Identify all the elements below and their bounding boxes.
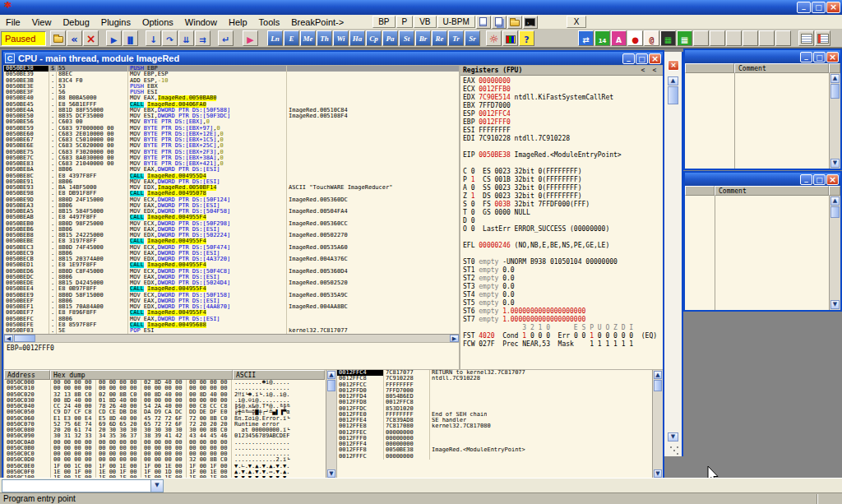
dump-row[interactable]: 0050C0B000 00 00 0000 00 00 0000 00 00 0… <box>4 446 326 451</box>
minimize-button[interactable] <box>622 53 635 64</box>
scrollbar[interactable]: ▲ ▼ <box>829 196 840 310</box>
options-gear-button[interactable] <box>486 30 502 46</box>
register-line[interactable]: EDI 7C910228 ntdll.7C910228 <box>460 135 663 143</box>
disasm-row[interactable]: 0050BE98.E8 DB91F8FFCALL ImageRed.004950… <box>4 191 459 197</box>
disasm-row[interactable]: 0050BE3B.83C4 F0ADD ESP,-10 <box>4 78 459 84</box>
breakpoint-button[interactable] <box>627 30 643 46</box>
maximize-button[interactable] <box>813 52 826 62</box>
pane-button-cp[interactable]: Cp <box>366 30 382 46</box>
disasm-row[interactable]: 0050BE8C.E8 4397F8FFCALL ImageRed.004955… <box>4 173 459 179</box>
disasm-row[interactable]: 0050BE3E.53PUSH EBX <box>4 84 459 90</box>
appearance-button[interactable] <box>502 30 518 46</box>
trace-button[interactable] <box>644 30 659 46</box>
info-pane[interactable]: EBP=0012FFF0 <box>4 343 459 369</box>
dump-row[interactable]: 0050C0D000 00 00 0000 00 00 0000 00 00 0… <box>4 457 326 463</box>
assembler-button[interactable] <box>611 30 627 46</box>
disasm-row[interactable]: 0050BE60.C683 2E010000 00MOV BYTE PTR DS… <box>4 132 459 137</box>
windows-button[interactable] <box>677 30 692 46</box>
disasm-row[interactable]: 0050BEAB.E8 4497F8FFCALL ImageRed.004955… <box>4 215 459 220</box>
close-icon[interactable]: × <box>668 60 679 71</box>
disasm-row[interactable]: 0050BE7C.C683 8A030000 00MOV BYTE PTR DS… <box>4 155 459 161</box>
disasm-row[interactable]: 0050BEDC.8B06MOV EAX,DWORD PTR DS:[ESI] <box>4 275 459 280</box>
disasm-row[interactable]: 0050BE93.BA 14BF5000MOV EDX,ImageRed.005… <box>4 185 459 191</box>
scrollbar-thumb[interactable] <box>668 86 678 104</box>
registers-pane-button[interactable]: < <box>637 67 649 75</box>
keyboard-button[interactable] <box>660 30 676 46</box>
register-line[interactable] <box>460 250 663 258</box>
scroll-left-button[interactable]: ◀ <box>4 335 13 342</box>
disasm-row[interactable]: 0050BEB6.8B06MOV EAX,DWORD PTR DS:[ESI] <box>4 227 459 233</box>
scroll-right-button[interactable]: ▶ <box>450 335 459 342</box>
window-top-right[interactable]: Comment ▲ ▼ <box>683 49 842 170</box>
menu-close-button[interactable]: X <box>567 16 587 28</box>
log-button[interactable] <box>594 30 610 46</box>
pane-button-th[interactable]: Th <box>317 30 332 46</box>
pane-button-ha[interactable]: Ha <box>349 30 365 46</box>
dump-row[interactable]: 0050C0A000 00 00 0000 00 00 0000 00 00 0… <box>4 440 326 446</box>
register-line[interactable]: C 0 ES 0023 32bit 0(FFFFFFFF) <box>460 168 663 176</box>
disasm-row[interactable]: 0050BE75.C683 F3020000 00MOV BYTE PTR DS… <box>4 150 459 155</box>
goto-button[interactable] <box>243 30 258 46</box>
open-file-button[interactable] <box>50 30 66 46</box>
stack-row[interactable]: 0012FFD80012FFC8 <box>337 400 652 405</box>
disasm-row[interactable]: 0050BE59.C683 97000000 00MOV BYTE PTR DS… <box>4 126 459 132</box>
register-line[interactable]: ST4 empty 0.0 <box>460 291 663 299</box>
dump-row[interactable]: 0050C060E1 E3 00 E4E5 8D 40 0045 72 72 6… <box>4 416 326 422</box>
scroll-up-button[interactable]: ▲ <box>830 197 840 206</box>
step-over-button[interactable] <box>162 30 178 46</box>
disasm-row[interactable]: 0050BE50.8B35 DCF35000MOV ESI,DWORD PTR … <box>4 113 459 119</box>
scroll-down-button[interactable]: ▼ <box>654 469 662 478</box>
register-line[interactable]: FST 4020 Cond 1 0 0 0 Err 0 0 1 0 0 0 0 … <box>460 332 663 340</box>
stack-row[interactable]: 0012FFC47C817077RETURN to kernel32.7C817… <box>337 370 652 376</box>
registers-pane-button[interactable]: < <box>649 67 660 75</box>
minimize-button[interactable] <box>797 2 811 13</box>
disasm-row[interactable]: 0050BE6E.C683 5C020000 00MOV BYTE PTR DS… <box>4 143 459 149</box>
menu-button-p[interactable]: P <box>396 16 414 28</box>
menu-button-u-bpm[interactable]: U-BPM <box>437 16 475 28</box>
disasm-row[interactable]: 0050BE56.C603 00MOV BYTE PTR DS:[EBX],0 <box>4 119 459 125</box>
disasm-row[interactable]: 0050BEE4.E8 0B97F8FFCALL ImageRed.004955… <box>4 286 459 292</box>
window-titlebar[interactable] <box>685 173 840 186</box>
register-line[interactable]: ESI FFFFFFFF <box>460 127 663 135</box>
stack-row[interactable]: 0012FFE87C817080kernel32.7C817080 <box>337 423 652 429</box>
pane-button-e[interactable]: E <box>284 30 299 46</box>
disasm-row[interactable]: 0050BE45.E8 56B1EFFFCALL ImageRed.00406F… <box>4 102 459 108</box>
step-into-button[interactable] <box>146 30 161 46</box>
scroll-up-button[interactable]: ▲ <box>327 371 335 379</box>
stack-row[interactable]: 0012FFEC00000000 <box>337 430 652 436</box>
scroll-up-button[interactable]: ▲ <box>668 76 678 86</box>
background-window-edge[interactable]: × ▲ ▼ <box>664 52 683 456</box>
notes-button[interactable] <box>815 30 830 46</box>
scrollbar-thumb[interactable] <box>830 84 840 99</box>
scroll-down-button[interactable]: ▼ <box>327 469 335 478</box>
disasm-row[interactable]: 0050BEB8.8B15 24225000MOV EDX,DWORD PTR … <box>4 233 459 238</box>
copy-doc-button[interactable] <box>492 16 507 29</box>
register-line[interactable]: ST7 empty 1.0000000000000000000 <box>460 316 663 324</box>
scrollbar-thumb[interactable] <box>830 206 840 218</box>
register-line[interactable] <box>460 143 663 151</box>
stack-row[interactable]: 0012FFC87C910228ntdll.7C910228 <box>337 376 652 381</box>
disasm-row[interactable]: 0050BE39.8BECMOV EBP,ESP <box>4 72 459 77</box>
register-line[interactable]: FCW 027F Prec NEAR,53 Mask 1 1 1 1 1 1 <box>460 340 663 349</box>
menu-item-help[interactable]: Help <box>223 16 253 28</box>
stack-row[interactable]: 0012FFF000000000 <box>337 436 652 442</box>
register-line[interactable]: EDX 7C90E514 ntdll.KiFastSystemCallRet <box>460 94 663 102</box>
stack-row[interactable]: 0012FFCCFFFFFFFF <box>337 382 652 388</box>
combo-dropdown-button[interactable]: ▼ <box>150 480 163 492</box>
register-line[interactable]: P 1 CS 001B 32bit 0(FFFFFFFF) <box>460 176 663 184</box>
register-line[interactable]: EFL 00000246 (NO,NB,E,BE,NS,PE,GE,LE) <box>460 242 663 250</box>
register-line[interactable]: ST5 empty 0.0 <box>460 299 663 307</box>
pane-button-ln[interactable]: Ln <box>267 30 283 46</box>
disasm-row[interactable]: 0050BEDE.8B15 D4245000MOV EDX,DWORD PTR … <box>4 280 459 286</box>
stack-row[interactable]: 0012FFFC00000000 <box>337 454 652 460</box>
dump-row[interactable]: 0050C040CC 24 40 0078 26 40 0054 2A 40 0… <box>4 404 326 409</box>
dump-row[interactable]: 0050C03000 8D 40 0001 8D 40 0000 00 00 0… <box>4 398 326 404</box>
scroll-down-button[interactable]: ▼ <box>668 432 678 442</box>
registers-pane-buttons[interactable]: << <box>637 67 660 75</box>
register-line[interactable]: EBP 0012FFF0 <box>460 118 663 127</box>
register-line[interactable]: ST0 empty -UNORM B938 01050104 00000000 <box>460 258 663 266</box>
register-line[interactable]: D 0 <box>460 217 663 225</box>
execute-till-return-button[interactable] <box>218 30 234 46</box>
register-line[interactable] <box>460 234 663 242</box>
disasm-row[interactable]: 0050BEC3.8B0D 74F45000MOV ECX,DWORD PTR … <box>4 245 459 251</box>
